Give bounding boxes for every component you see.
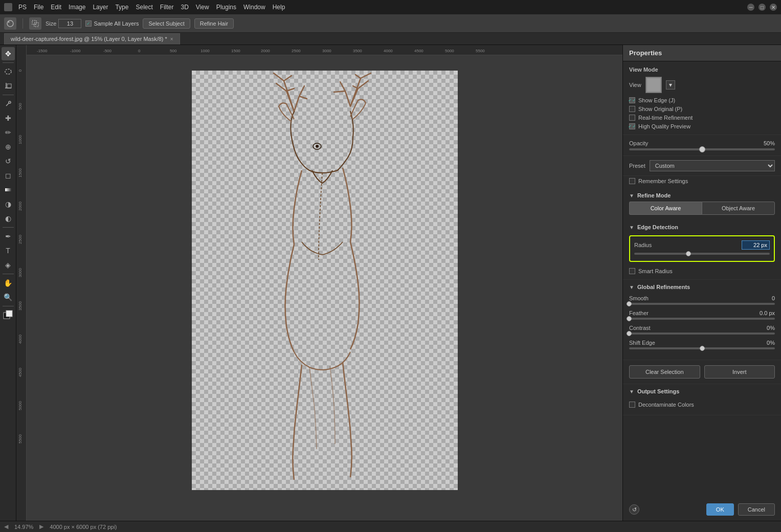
show-original-checkbox[interactable]: Show Original (P) — [629, 106, 775, 112]
refine-mode-header[interactable]: ▼ Refine Mode — [623, 188, 781, 202]
select-subject-button[interactable]: Select Subject — [143, 18, 190, 29]
contrast-slider[interactable] — [629, 332, 775, 335]
menu-image[interactable]: Image — [69, 4, 85, 11]
svg-text:500: 500 — [170, 49, 177, 53]
ok-button[interactable]: OK — [706, 503, 734, 516]
bottom-buttons: ↺ OK Cancel — [623, 498, 781, 521]
shift-edge-slider[interactable] — [629, 347, 775, 349]
opacity-slider-track[interactable] — [629, 148, 775, 150]
blur-tool[interactable]: ◑ — [2, 197, 15, 211]
remember-settings-row[interactable]: Remember Settings — [623, 176, 781, 188]
action-buttons: Clear Selection Invert — [623, 360, 781, 384]
svg-text:+: + — [34, 22, 37, 27]
high-quality-preview-checkbox[interactable]: ✓ High Quality Preview — [629, 123, 775, 129]
global-refinements-header[interactable]: ▼ Global Refinements — [623, 280, 781, 293]
lasso-tool[interactable] — [2, 65, 15, 78]
text-tool[interactable]: T — [2, 244, 15, 257]
pen-tool[interactable]: ✒ — [2, 230, 15, 243]
contrast-thumb[interactable] — [627, 331, 632, 336]
feather-param: Feather 0.0 px — [629, 310, 775, 320]
radius-slider-track[interactable] — [634, 253, 770, 255]
invert-button[interactable]: Invert — [704, 365, 775, 379]
menu-select[interactable]: Select — [136, 4, 152, 11]
preset-select[interactable]: Custom Default Hair Smart Radius — [650, 160, 775, 171]
menu-edit[interactable]: Edit — [51, 4, 61, 11]
maximize-button[interactable]: □ — [758, 4, 766, 11]
hq-preview-cb[interactable]: ✓ — [629, 123, 635, 129]
feather-slider[interactable] — [629, 318, 775, 320]
realtime-refinement-checkbox[interactable]: Real-time Refinement — [629, 115, 775, 121]
reset-button[interactable]: ↺ — [629, 504, 639, 515]
output-settings-header[interactable]: ▼ Output Settings — [623, 384, 781, 397]
menu-window[interactable]: Window — [243, 4, 265, 11]
minimize-button[interactable]: ─ — [747, 4, 754, 11]
svg-text:1500: 1500 — [18, 168, 23, 178]
feather-thumb[interactable] — [627, 316, 632, 321]
close-button[interactable]: ✕ — [770, 4, 777, 11]
tool-options-icon[interactable] — [4, 17, 16, 30]
radius-input[interactable] — [742, 240, 770, 250]
menu-3d[interactable]: 3D — [181, 4, 188, 11]
clear-selection-button[interactable]: Clear Selection — [629, 365, 700, 379]
brush-tool[interactable]: ✏ — [2, 126, 15, 139]
view-dropdown-btn[interactable]: ▾ — [666, 80, 675, 90]
tab-close-button[interactable]: × — [170, 36, 173, 42]
smart-radius-label: Smart Radius — [638, 268, 673, 274]
menu-plugins[interactable]: Plugins — [216, 4, 236, 11]
shape-tool[interactable]: ◈ — [2, 258, 15, 272]
edge-detection-header[interactable]: ▼ Edge Detection — [623, 220, 781, 233]
show-edge-checkbox[interactable]: ✓ Show Edge (J) — [629, 97, 775, 103]
dodge-tool[interactable]: ◐ — [2, 212, 15, 225]
zoom-tool[interactable]: 🔍 — [2, 291, 15, 304]
status-nav-right[interactable]: ▶ — [39, 523, 43, 530]
decontaminate-colors-cb[interactable] — [629, 402, 635, 408]
menu-filter[interactable]: Filter — [160, 4, 174, 11]
size-label: Size — [46, 20, 56, 27]
object-aware-button[interactable]: Object Aware — [702, 202, 775, 215]
eyedropper-tool[interactable] — [2, 97, 15, 110]
eraser-tool[interactable]: ◻ — [2, 169, 15, 182]
decontaminate-colors-row[interactable]: Decontaminate Colors — [629, 400, 775, 410]
add-to-selection-icon[interactable]: + — [29, 17, 41, 30]
move-tool[interactable]: ✥ — [2, 47, 15, 60]
refine-mode-chevron: ▼ — [629, 193, 634, 198]
status-nav-left[interactable]: ◀ — [4, 523, 8, 530]
document-tab[interactable]: wild-deer-captured-forest.jpg @ 15% (Lay… — [4, 33, 180, 45]
smart-radius-cb[interactable] — [629, 268, 635, 274]
canvas-scroll-area[interactable] — [27, 55, 622, 521]
menu-layer[interactable]: Layer — [93, 4, 108, 11]
history-brush-tool[interactable]: ↺ — [2, 154, 15, 168]
stamp-tool[interactable]: ⊕ — [2, 140, 15, 153]
healing-tool[interactable]: ✚ — [2, 112, 15, 125]
show-original-cb[interactable] — [629, 106, 635, 112]
menu-view[interactable]: View — [196, 4, 209, 11]
cancel-button[interactable]: Cancel — [738, 503, 775, 516]
gradient-tool[interactable] — [2, 183, 15, 196]
svg-point-1 — [8, 21, 10, 23]
sample-all-layers-cb[interactable] — [85, 20, 92, 27]
svg-text:1000: 1000 — [18, 135, 23, 144]
sample-all-layers-checkbox[interactable]: Sample All Layers — [85, 20, 139, 27]
remember-settings-cb[interactable] — [629, 178, 635, 184]
refine-hair-button[interactable]: Refine Hair — [194, 18, 234, 29]
menu-help[interactable]: Help — [273, 4, 285, 11]
menu-file[interactable]: File — [34, 4, 43, 11]
color-aware-button[interactable]: Color Aware — [629, 202, 702, 215]
realtime-cb[interactable] — [629, 115, 635, 121]
svg-rect-8 — [7, 84, 11, 88]
menu-type[interactable]: Type — [115, 4, 128, 11]
radius-slider-thumb[interactable] — [686, 251, 691, 256]
menu-ps[interactable]: PS — [18, 4, 27, 11]
view-thumbnail[interactable] — [645, 77, 662, 93]
foreground-bg-tool[interactable] — [2, 308, 15, 322]
smooth-slider[interactable] — [629, 303, 775, 305]
opacity-slider-thumb[interactable] — [699, 146, 705, 152]
hand-tool[interactable]: ✋ — [2, 276, 15, 290]
shift-edge-thumb[interactable] — [700, 346, 705, 351]
smart-radius-row[interactable]: Smart Radius — [629, 266, 775, 274]
show-edge-cb[interactable]: ✓ — [629, 97, 635, 103]
size-input[interactable] — [58, 19, 81, 28]
contrast-label: Contrast — [629, 325, 651, 331]
crop-tool[interactable] — [2, 79, 15, 93]
smooth-thumb[interactable] — [627, 301, 632, 306]
